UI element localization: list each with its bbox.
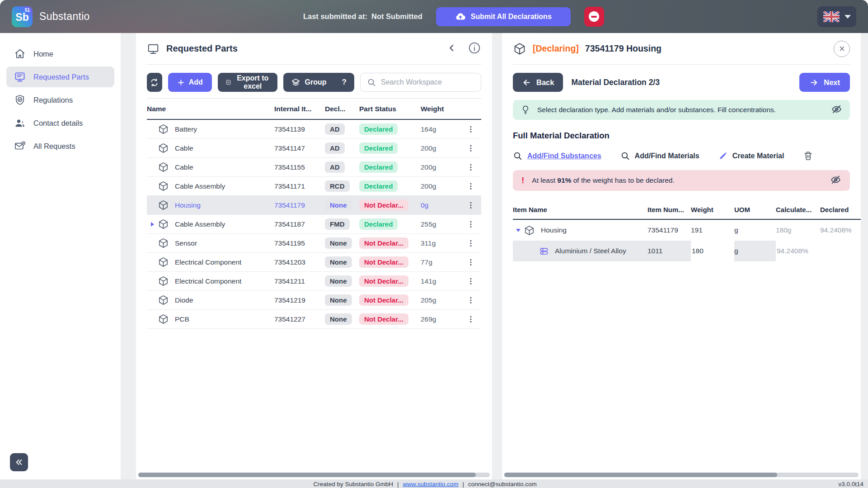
column-header-declared[interactable]: Declared — [820, 206, 861, 213]
column-header-decl[interactable]: Decl... — [325, 105, 359, 113]
part-row[interactable]: Diode73541219NoneNot Declar...205g — [147, 291, 481, 310]
group-button-label: Group — [305, 78, 327, 86]
collapse-sidebar-icon — [14, 458, 23, 467]
part-weight: 141g — [421, 277, 460, 285]
kebab-menu-icon[interactable] — [466, 239, 475, 248]
hide-tip-button[interactable] — [831, 104, 842, 116]
column-header-item-number[interactable]: Item Num... — [647, 206, 691, 213]
declaration-type-badge: None — [325, 237, 352, 249]
last-submitted: Last submitted at: Not Submitted — [303, 12, 422, 21]
close-panel-button[interactable] — [834, 41, 850, 57]
sidebar-item-regulations[interactable]: Regulations — [6, 90, 114, 110]
part-internal-number: 73541179 — [274, 201, 325, 209]
export-button-label: Export to excel — [236, 74, 270, 90]
add-find-materials-link[interactable]: Add/Find Materials — [620, 151, 699, 161]
kebab-menu-icon[interactable] — [466, 315, 475, 324]
column-header-item-name[interactable]: Item Name — [513, 206, 647, 213]
part-row[interactable]: Cable73541155ADDeclared200g — [147, 158, 481, 177]
part-status-badge: Declared — [359, 123, 398, 135]
scrollbar-thumb[interactable] — [138, 473, 476, 477]
column-header-internal[interactable]: Internal It... — [274, 105, 325, 113]
next-button[interactable]: Next — [799, 73, 850, 92]
part-name: Battery — [175, 125, 197, 133]
top-header: Sb 51 Substantio Last submitted at: Not … — [0, 0, 868, 33]
group-button[interactable]: Group ? — [283, 73, 354, 92]
back-button[interactable]: Back — [513, 73, 563, 92]
submit-all-declarations-label: Submit All Declarations — [471, 13, 552, 21]
part-row[interactable]: PCB73541227NoneNot Declar...269g — [147, 310, 481, 329]
stop-button[interactable] — [584, 7, 604, 27]
collapse-panel-button[interactable] — [447, 43, 457, 54]
add-find-substances-link[interactable]: Add/Find Substances — [513, 151, 601, 161]
add-part-button[interactable]: Add — [168, 73, 212, 92]
part-row[interactable]: Electrical Component73541211NoneNot Decl… — [147, 272, 481, 291]
part-icon — [158, 237, 169, 249]
help-badge[interactable]: ? — [342, 78, 347, 87]
language-selector[interactable] — [817, 6, 856, 27]
exclamation-icon: ! — [521, 175, 524, 185]
search-input[interactable] — [381, 78, 474, 86]
declaring-tag: [Declaring] — [533, 43, 579, 54]
footer: Created by Substantio GmbH | www.substan… — [0, 479, 868, 488]
sidebar-collapse-button[interactable] — [10, 453, 28, 471]
kebab-menu-icon[interactable] — [466, 163, 475, 172]
part-row[interactable]: Battery73541139ADDeclared164g — [147, 120, 481, 139]
declaration-row-material[interactable]: Aluminium / Steel Alloy 1011 g 94.2408% — [513, 241, 861, 261]
sidebar-item-all-requests[interactable]: All Requests — [6, 136, 114, 156]
kebab-menu-icon[interactable] — [466, 220, 475, 229]
sidebar-item-contact-details[interactable]: Contact details — [6, 113, 114, 133]
submit-all-declarations-button[interactable]: Submit All Declarations — [436, 7, 571, 26]
horizontal-scrollbar[interactable] — [504, 473, 859, 477]
footer-website-link[interactable]: www.substantio.com — [403, 480, 458, 487]
pencil-icon — [718, 152, 727, 161]
kebab-menu-icon[interactable] — [466, 296, 475, 305]
create-material-label: Create Material — [732, 152, 784, 160]
horizontal-scrollbar[interactable] — [138, 473, 490, 477]
export-to-excel-button[interactable]: Export to excel — [218, 73, 277, 92]
kebab-menu-icon[interactable] — [466, 201, 475, 210]
kebab-menu-icon[interactable] — [466, 258, 475, 267]
part-row[interactable]: Housing73541179NoneNot Declar...0g — [147, 196, 481, 215]
item-declared: 94.2408% — [820, 226, 861, 234]
declaration-nav: Back Material Declaration 2/3 Next — [513, 73, 850, 92]
eye-off-icon — [831, 104, 842, 115]
shield-check-icon — [14, 94, 26, 106]
next-button-label: Next — [824, 78, 840, 87]
sidebar-item-home[interactable]: Home — [6, 43, 114, 64]
part-row[interactable]: Cable Assembly73541187FMDDeclared255g — [147, 215, 481, 234]
part-row[interactable]: Cable Assembly73541171RCDDeclared200g — [147, 177, 481, 196]
part-internal-number: 73541147 — [274, 144, 325, 152]
column-header-calculated[interactable]: Calculate... — [776, 206, 820, 213]
part-weight: 164g — [421, 125, 460, 133]
item-weight: 191 — [691, 226, 734, 234]
sidebar-item-requested-parts[interactable]: Requested Parts — [6, 66, 114, 87]
kebab-menu-icon[interactable] — [466, 125, 475, 134]
column-header-weight[interactable]: Weight — [691, 206, 734, 213]
kebab-menu-icon[interactable] — [466, 277, 475, 286]
kebab-menu-icon[interactable] — [466, 182, 475, 191]
column-header-uom[interactable]: UOM — [734, 206, 776, 213]
expand-caret-icon[interactable] — [513, 229, 524, 232]
delete-button[interactable] — [803, 151, 813, 161]
app-window: Sb 51 Substantio Last submitted at: Not … — [0, 0, 868, 488]
column-header-name[interactable]: Name — [147, 105, 274, 113]
part-row[interactable]: Electrical Component73541203NoneNot Decl… — [147, 253, 481, 272]
part-row[interactable]: Cable73541147ADDeclared200g — [147, 139, 481, 158]
kebab-menu-icon[interactable] — [466, 144, 475, 153]
material-weight-input[interactable] — [692, 247, 733, 255]
part-status-badge: Not Declar... — [359, 275, 408, 287]
refresh-button[interactable] — [147, 73, 162, 92]
part-row[interactable]: Sensor73541195NoneNot Declar...311g — [147, 234, 481, 253]
scrollbar-thumb[interactable] — [504, 473, 777, 477]
info-button[interactable] — [468, 41, 481, 56]
expand-caret-icon[interactable] — [147, 222, 158, 227]
hide-warning-button[interactable] — [830, 174, 841, 187]
column-header-status[interactable]: Part Status — [359, 105, 421, 113]
declaration-actions: Add/Find Substances Add/Find Materials C… — [513, 151, 850, 161]
create-material-link[interactable]: Create Material — [718, 152, 784, 161]
part-name: Diode — [175, 296, 193, 304]
declaration-row-part[interactable]: Housing 73541179 191 g 180g 94.2408% — [513, 220, 861, 241]
column-header-weight[interactable]: Weight — [421, 105, 460, 113]
search-icon — [620, 151, 630, 161]
part-icon — [524, 225, 535, 236]
